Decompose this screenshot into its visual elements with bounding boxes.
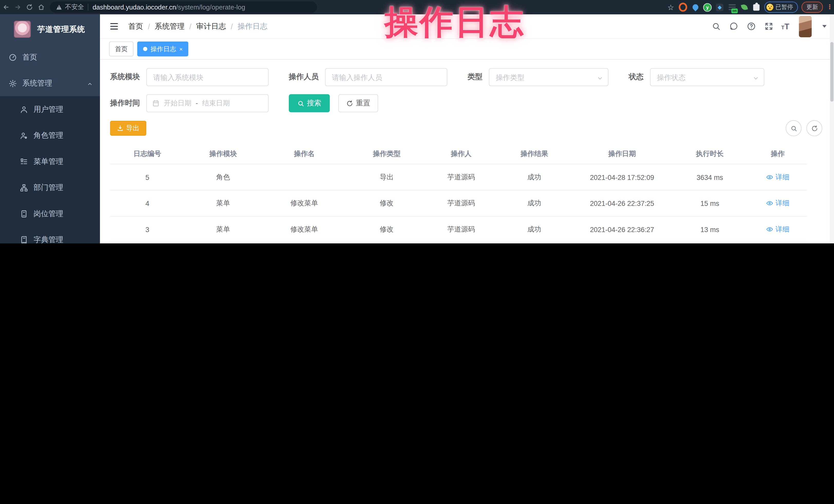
table-cell: 芋道源码 [426, 216, 496, 242]
table-cell: 2021-04-26 22:37:25 [573, 190, 671, 216]
table-cell: 角色 [184, 164, 262, 190]
search-button-label: 搜索 [307, 98, 322, 108]
font-size-icon[interactable]: TT [781, 22, 790, 30]
main-area: 首页/系统管理/审计日志/操作日志 TT 首页操作日志× 系统模块 [100, 15, 834, 243]
time-label: 操作时间 [110, 98, 140, 108]
table-cell-action: 详细 [748, 216, 807, 242]
operator-input[interactable] [326, 69, 447, 86]
github-icon[interactable] [729, 21, 739, 31]
ublock-extension-icon[interactable] [679, 3, 687, 11]
table-cell: 15 ms [671, 242, 748, 243]
not-secure-icon [56, 5, 62, 10]
puzzle-extension-icon[interactable] [752, 3, 761, 11]
breadcrumb: 首页/系统管理/审计日志/操作日志 [128, 22, 267, 31]
type-select-input[interactable] [489, 69, 608, 86]
tag-操作日志[interactable]: 操作日志× [137, 41, 189, 56]
leaf-extension-icon[interactable] [740, 3, 748, 11]
collapse-menu-icon[interactable] [109, 21, 119, 31]
hide-search-icon[interactable] [786, 120, 802, 136]
tag-label: 操作日志 [151, 44, 176, 53]
breadcrumb-item-审计日志[interactable]: 审计日志 [196, 22, 226, 31]
table-header-操作结果: 操作结果 [496, 144, 573, 164]
table-cell: 2021-04-26 22:35:45 [573, 242, 671, 243]
sidebar-item-用户管理[interactable]: 用户管理 [0, 96, 100, 122]
type-select[interactable] [489, 68, 609, 86]
gem-extension-icon[interactable]: ◆ [715, 3, 724, 11]
breadcrumb-item-首页[interactable]: 首页 [128, 22, 143, 31]
end-date-placeholder: 结束日期 [202, 98, 230, 108]
table-cell: 13 ms [671, 216, 748, 242]
table-cell: 3634 ms [671, 164, 748, 190]
back-icon[interactable] [0, 4, 12, 10]
table-cell: 3 [110, 216, 185, 242]
table-cell: 2021-04-28 17:52:09 [573, 164, 671, 190]
date-range-picker[interactable]: 开始日期 - 结束日期 [146, 94, 268, 112]
fullscreen-icon[interactable] [764, 21, 774, 31]
filter-operator: 操作人员 [289, 68, 447, 86]
table-cell-action: 详细 [748, 190, 807, 216]
sidebar-item-角色管理[interactable]: 角色管理 [0, 122, 100, 148]
status-select-input[interactable] [651, 69, 764, 86]
sidebar-item-label: 系统管理 [22, 79, 52, 88]
table-cell: 修改 [347, 190, 427, 216]
table-row: 5角色导出芋道源码成功2021-04-28 17:52:093634 ms详细 [110, 164, 807, 190]
address-bar[interactable]: 不安全 dashboard.yudao.iocoder.cn/system/lo… [50, 2, 317, 13]
status-label: 状态 [629, 72, 644, 82]
tag-label: 首页 [115, 44, 128, 53]
table-header-操作: 操作 [748, 144, 807, 164]
tag-close-icon[interactable]: × [179, 46, 183, 52]
drop-extension-icon[interactable] [691, 3, 699, 11]
operate-log-table: 日志编号操作模块操作名操作类型操作人操作结果操作日期执行时长操作 5角色导出芋道… [110, 144, 807, 243]
profile-paused-button[interactable]: 已暂停 [764, 2, 798, 13]
navbar-right: TT [711, 16, 827, 37]
refresh-icon[interactable] [806, 120, 822, 136]
reload-icon[interactable] [23, 4, 35, 10]
sidebar-item-首页[interactable]: 首页 [0, 44, 100, 70]
switch-extension-icon[interactable]: on [728, 3, 736, 11]
app-logo [14, 21, 31, 38]
sidebar-item-菜单管理[interactable]: 菜单管理 [0, 149, 100, 175]
table-toolbar: 导出 [110, 120, 824, 136]
export-button[interactable]: 导出 [110, 121, 147, 136]
table-header-操作日期: 操作日期 [573, 144, 671, 164]
reset-button[interactable]: 重置 [338, 94, 378, 112]
breadcrumb-separator: / [231, 22, 233, 30]
detail-link[interactable]: 详细 [766, 198, 789, 208]
status-select[interactable] [650, 68, 764, 86]
table-cell-action: 详细 [748, 242, 807, 243]
app-logo-row[interactable]: 芋道管理系统 [0, 15, 100, 44]
scrollbar-track[interactable] [830, 15, 834, 243]
browser-menu-icon[interactable]: ⋮ [827, 6, 830, 8]
forward-icon[interactable] [12, 4, 24, 10]
home-icon[interactable] [35, 4, 47, 10]
bookmark-star-icon[interactable]: ☆ [666, 3, 675, 11]
system-submenu: 用户管理角色管理菜单管理部门管理岗位管理字典管理通知公告审计日志操作日志登录日志… [0, 96, 100, 243]
breadcrumb-separator: / [189, 22, 192, 30]
sidebar-item-部门管理[interactable]: 部门管理 [0, 175, 100, 200]
sidebar-item-字典管理[interactable]: 字典管理 [0, 227, 100, 243]
table-cell: 芋道源码 [426, 242, 496, 243]
sidebar-item-label: 角色管理 [34, 131, 63, 140]
module-label: 系统模块 [110, 72, 140, 82]
tag-首页[interactable]: 首页 [109, 41, 133, 56]
iyuu-extension-icon[interactable]: y [703, 3, 712, 11]
search-icon[interactable] [711, 21, 721, 31]
detail-link[interactable]: 详细 [766, 224, 789, 234]
paused-label: 已暂停 [775, 3, 793, 11]
breadcrumb-item-系统管理[interactable]: 系统管理 [155, 22, 184, 31]
search-button[interactable]: 搜索 [289, 94, 330, 112]
update-button[interactable]: 更新 [802, 2, 823, 13]
detail-link[interactable]: 详细 [766, 172, 789, 182]
table-cell: 修改 [347, 216, 427, 242]
module-input[interactable] [147, 69, 268, 86]
table-cell: 菜单 [184, 216, 262, 242]
operator-label: 操作人员 [289, 72, 319, 82]
sidebar-item-系统管理[interactable]: 系统管理 [0, 70, 100, 96]
calendar-icon [152, 100, 159, 107]
scrollbar-thumb[interactable] [830, 42, 833, 102]
avatar-caret-down-icon[interactable] [822, 25, 827, 27]
not-secure-label: 不安全 [65, 3, 84, 12]
help-icon[interactable] [746, 21, 756, 31]
user-avatar[interactable] [799, 16, 812, 37]
sidebar-item-岗位管理[interactable]: 岗位管理 [0, 200, 100, 226]
